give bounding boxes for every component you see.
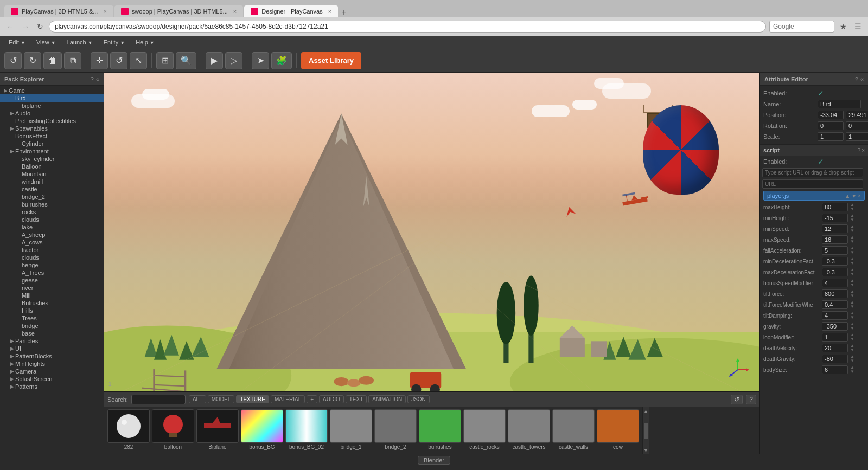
filter-texture[interactable]: TEXTURE (236, 395, 269, 403)
script-close-btn[interactable]: × (861, 147, 865, 153)
filter-text[interactable]: TEXT (346, 395, 367, 403)
tree-item-ui[interactable]: ▶UI (0, 345, 104, 352)
asset-item-bridge_2[interactable]: bridge_2 (374, 409, 417, 452)
tab-2-close[interactable]: × (233, 8, 237, 15)
tree-item-game[interactable]: ▶Game (0, 87, 104, 94)
undo-btn[interactable]: ↺ (4, 52, 22, 69)
tab-3[interactable]: Designer - PlayCanvas × (244, 5, 338, 17)
asset-scrollbar[interactable]: ▲ ▼ (642, 407, 649, 454)
field-input[interactable] (822, 257, 848, 266)
tree-item-clouds[interactable]: clouds (0, 254, 104, 261)
tree-item-environment[interactable]: ▶Environment (0, 147, 104, 155)
field-input[interactable] (822, 203, 848, 211)
filter-all[interactable]: ALL (189, 395, 206, 403)
attr-name-input[interactable] (818, 100, 861, 108)
asset-help-btn[interactable]: ? (746, 395, 756, 404)
tree-item-cylinder[interactable]: Cylinder (0, 140, 104, 147)
viewport-3d[interactable]: 1 (104, 73, 760, 391)
redo-btn[interactable]: ↻ (24, 52, 41, 69)
ae-help-btn[interactable]: ? (855, 76, 858, 82)
tab-2[interactable]: swooop | PlayCanvas | 3D HTML5... × (114, 5, 243, 17)
browser-search[interactable] (769, 21, 834, 33)
tree-item-geese[interactable]: geese (0, 276, 104, 284)
forward-btn[interactable]: → (20, 21, 31, 32)
tree-item-mountain[interactable]: Mountain (0, 170, 104, 178)
field-input[interactable] (822, 279, 848, 287)
play-btn[interactable]: ▶ (206, 52, 223, 69)
field-input[interactable] (822, 268, 848, 276)
rotate-btn[interactable]: ↺ (110, 52, 127, 69)
tree-item-trees[interactable]: Trees (0, 314, 104, 322)
tree-item-patternblocks[interactable]: ▶PatternBlocks (0, 352, 104, 360)
tree-item-camera[interactable]: ▶Camera (0, 368, 104, 375)
tree-item-biplane[interactable]: biplane (0, 102, 104, 110)
attr-pos-y[interactable] (846, 111, 868, 119)
field-input[interactable] (822, 289, 848, 298)
filter-material[interactable]: MATERIAL (271, 395, 305, 403)
pe-help-btn[interactable]: ? (91, 76, 94, 82)
tree-item-mill[interactable]: Mill (0, 292, 104, 299)
field-input[interactable] (822, 344, 848, 352)
field-input[interactable] (822, 322, 848, 331)
tree-item-base[interactable]: base (0, 330, 104, 337)
pe-collapse-btn[interactable]: « (96, 76, 99, 82)
asset-refresh-btn[interactable]: ↺ (731, 395, 743, 404)
tree-item-spawnables[interactable]: ▶Spawnables (0, 125, 104, 132)
attr-scale-y[interactable] (846, 132, 868, 141)
attr-url-input[interactable] (762, 179, 863, 189)
tree-item-a_trees[interactable]: A_Trees (0, 269, 104, 276)
play-alt-btn[interactable]: ▷ (225, 52, 242, 69)
tree-item-bridge[interactable]: bridge (0, 322, 104, 330)
attr-scale-x[interactable] (818, 132, 844, 141)
tree-item-patterns[interactable]: ▶Patterns (0, 383, 104, 390)
tab-1-close[interactable]: × (103, 8, 106, 15)
asset-item-cow[interactable]: cow (597, 409, 639, 452)
tree-item-clouds[interactable]: clouds (0, 216, 104, 223)
tree-item-preexistingcollectibles[interactable]: PreExistingCollectibles (0, 117, 104, 125)
tree-item-sky_cylinder[interactable]: sky_cylinder (0, 155, 104, 163)
script-down-btn[interactable]: ▼ (851, 193, 857, 199)
back-btn[interactable]: ← (4, 21, 16, 32)
tree-item-castle[interactable]: castle (0, 185, 104, 193)
translate-btn[interactable]: ✛ (91, 52, 108, 69)
tree-item-rocks[interactable]: rocks (0, 208, 104, 216)
tree-item-particles[interactable]: ▶Particles (0, 337, 104, 345)
asset-search-input[interactable] (131, 395, 186, 404)
tree-item-bird[interactable]: Bird (0, 94, 104, 102)
asset-item-bonus_BG[interactable]: bonus_BG (241, 409, 283, 452)
menu-launch[interactable]: Launch ▼ (62, 38, 97, 47)
tree-item-lake[interactable]: lake (0, 223, 104, 231)
asset-item-balloon[interactable]: balloon (152, 409, 194, 452)
tree-item-minheights[interactable]: ▶MinHeights (0, 360, 104, 368)
menu-view[interactable]: View ▼ (32, 38, 60, 47)
tree-item-river[interactable]: river (0, 284, 104, 292)
delete-btn[interactable]: 🗑 (43, 52, 62, 69)
tree-item-bonuseffect[interactable]: BonusEffect (0, 132, 104, 140)
reload-btn[interactable]: ↻ (35, 21, 46, 32)
asset-item-castle_rocks[interactable]: castle_rocks (463, 409, 506, 452)
asset-item-bonus_BG_02[interactable]: bonus_BG_02 (285, 409, 328, 452)
script-up-btn[interactable]: ▲ (845, 193, 850, 199)
menu-help[interactable]: Help ▼ (131, 38, 159, 47)
script-remove-btn[interactable]: × (858, 193, 861, 199)
asset-item-castle_towers[interactable]: castle_towers (508, 409, 550, 452)
grid-btn[interactable]: ⊞ (156, 52, 174, 69)
asset-item-Biplane[interactable]: Biplane (196, 409, 239, 452)
bookmarks-btn[interactable]: ★ (838, 21, 849, 32)
tree-item-tractor[interactable]: tractor (0, 246, 104, 254)
asset-item-bulrushes[interactable]: bulrushes (419, 409, 461, 452)
tree-item-splashscreen[interactable]: ▶SplashScreen (0, 375, 104, 383)
field-input[interactable] (822, 214, 848, 222)
tree-item-a_sheep[interactable]: A_sheep (0, 231, 104, 239)
attr-rot-y[interactable] (846, 121, 868, 130)
attr-pos-x[interactable] (818, 111, 844, 119)
attr-script-url-input[interactable] (762, 168, 863, 177)
field-input[interactable] (822, 365, 848, 374)
attr-enabled-value[interactable]: ✓ (818, 89, 865, 98)
field-input[interactable] (822, 355, 848, 363)
tree-item-bridge_2[interactable]: bridge_2 (0, 193, 104, 201)
filter-plus[interactable]: + (307, 395, 317, 403)
tree-item-hills[interactable]: Hills (0, 307, 104, 314)
tab-3-close[interactable]: × (328, 8, 331, 15)
filter-animation[interactable]: ANIMATION (368, 395, 406, 403)
